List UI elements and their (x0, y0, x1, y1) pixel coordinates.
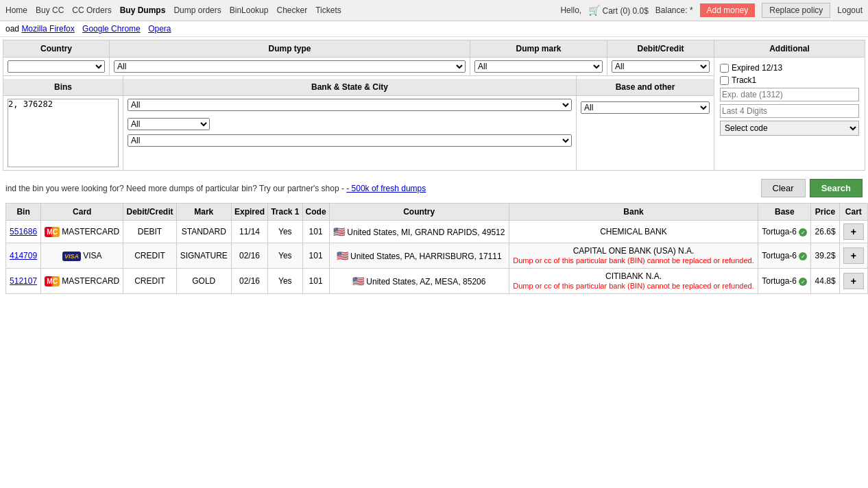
nav-logout[interactable]: Logout (837, 5, 863, 15)
promo-prefix: ind the bin you were looking for? Need m… (5, 184, 344, 193)
add-to-cart-button[interactable]: + (843, 247, 864, 264)
bins-header: Bins (3, 79, 123, 96)
download-chrome[interactable]: Google Chrome (82, 24, 141, 34)
nav-right: Hello, 🛒 Cart (0) 0.0$ Balance: * Add mo… (560, 3, 863, 18)
debit-credit-cell: All (607, 58, 714, 75)
track1-cell: Yes (268, 221, 303, 243)
country-cell: 🇺🇸 United States, MI, GRAND RAPIDS, 4951… (329, 221, 509, 243)
th-expired: Expired (231, 204, 267, 221)
country-cell (3, 58, 110, 75)
last4-input[interactable] (720, 104, 859, 118)
nav-checker[interactable]: Checker (276, 5, 307, 15)
select-code-select[interactable]: Select code 101 102 201 221 (720, 121, 859, 136)
th-debit: Debit/Credit (123, 204, 176, 221)
code-cell: 101 (302, 269, 329, 294)
promo-link[interactable]: - 500k of fresh dumps (346, 184, 426, 193)
base-select[interactable]: All (581, 101, 710, 114)
promo-text: ind the bin you were looking for? Need m… (5, 184, 757, 193)
card-name: VISA (83, 251, 101, 260)
th-mark: Mark (176, 204, 231, 221)
expired-row: Expired 12/13 (720, 63, 859, 73)
expired-cell: 02/16 (231, 269, 267, 294)
card-name: MASTERCARD (62, 276, 119, 286)
download-firefox[interactable]: Mozilla Firefox (21, 24, 74, 34)
visa-icon: VISA (62, 252, 81, 261)
additional-header: Additional (714, 40, 865, 58)
country-header: Country (3, 40, 110, 57)
debit-credit-cell: CREDIT (123, 269, 176, 294)
nav-hello: Hello, (560, 5, 581, 15)
bin-link[interactable]: 512107 (10, 276, 37, 286)
mark-cell: STANDARD (176, 221, 231, 243)
table-row: 414709 VISA VISA CREDIT SIGNATURE 02/16 … (6, 243, 868, 269)
country-select[interactable] (8, 60, 105, 73)
nav-tickets[interactable]: Tickets (315, 5, 341, 15)
replace-policy-button[interactable]: Replace policy (762, 3, 830, 18)
bin-cell[interactable]: 414709 (6, 243, 41, 269)
track1-checkbox[interactable] (720, 76, 729, 85)
card-name: MASTERCARD (62, 227, 119, 236)
search-button[interactable]: Search (810, 179, 863, 197)
top-navigation: Home Buy CC CC Orders Buy Dumps Dump ord… (0, 0, 868, 21)
bins-cell: Bins 2, 376282 (3, 76, 123, 170)
bin-cell[interactable]: 512107 (6, 269, 41, 294)
card-cell: MC MASTERCARD (41, 269, 123, 294)
nav-cart: 🛒 Cart (0) 0.0$ (588, 5, 649, 16)
add-to-cart-button[interactable]: + (843, 223, 864, 240)
expired-checkbox[interactable] (720, 64, 729, 73)
expired-label: Expired 12/13 (732, 63, 782, 73)
results-section: Bin Card Debit/Credit Mark Expired Track… (3, 203, 865, 294)
mark-cell: SIGNATURE (176, 243, 231, 269)
nav-buycc[interactable]: Buy CC (36, 5, 64, 15)
table-header: Bin Card Debit/Credit Mark Expired Track… (6, 204, 868, 221)
country-flag: 🇺🇸 (333, 226, 345, 237)
bank-cell: CITIBANK N.A.Dump or cc of this particul… (509, 269, 758, 294)
additional-panel: Additional Expired 12/13 Track1 Select c… (714, 40, 865, 170)
add-money-button[interactable]: Add money (700, 3, 756, 17)
bin-link[interactable]: 414709 (10, 251, 37, 260)
code-cell: 101 (302, 221, 329, 243)
add-to-cart-button[interactable]: + (843, 273, 864, 289)
nav-buydumps[interactable]: Buy Dumps (120, 5, 166, 15)
nav-home[interactable]: Home (5, 5, 27, 15)
exp-date-input[interactable] (720, 88, 859, 101)
bank-select[interactable]: All (128, 99, 572, 111)
download-bar: oad Mozilla Firefox Google Chrome Opera (0, 21, 868, 37)
mark-cell: GOLD (176, 269, 231, 294)
nav-dumporders[interactable]: Dump orders (173, 5, 221, 15)
verified-icon (799, 278, 807, 286)
th-base: Base (758, 204, 811, 221)
download-prefix: oad (5, 24, 19, 34)
bank-cell: CHEMICAL BANK (509, 221, 758, 243)
bin-cell[interactable]: 551686 (6, 221, 41, 243)
filter-main: Country Dump type Dump mark Debit/Credit… (3, 40, 714, 170)
mastercard-icon: MC (45, 227, 60, 237)
base-selects: All (581, 101, 710, 114)
dump-type-select[interactable]: All (114, 60, 466, 73)
dump-mark-select[interactable]: All (474, 60, 603, 73)
base-cell: Tortuga-6 (758, 269, 811, 294)
nav-balance: Balance: * (655, 5, 693, 15)
search-bar: ind the bin you were looking for? Need m… (0, 173, 868, 203)
download-opera[interactable]: Opera (148, 24, 171, 34)
debit-credit-select[interactable]: All (612, 60, 710, 73)
dump-mark-header: Dump mark (470, 40, 607, 57)
bin-link[interactable]: 551686 (10, 227, 37, 236)
bins-textarea[interactable]: 2, 376282 (8, 99, 119, 167)
debit-credit-cell: DEBIT (123, 221, 176, 243)
base-name: Tortuga-6 (762, 227, 797, 236)
dump-mark-cell: All (470, 58, 607, 75)
filter-headers-row: Country Dump type Dump mark Debit/Credit (3, 40, 714, 58)
state-select[interactable]: All (128, 118, 210, 130)
th-bank: Bank (509, 204, 758, 221)
bank-selects: All All All (128, 99, 572, 147)
city-select[interactable]: All (128, 134, 572, 147)
th-price: Price (811, 204, 839, 221)
clear-button[interactable]: Clear (761, 179, 806, 197)
card-cell: MC MASTERCARD (41, 221, 123, 243)
nav-ccorders[interactable]: CC Orders (72, 5, 111, 15)
bank-name: CITIBANK N.A. (605, 271, 662, 281)
cart-cell: + (839, 243, 867, 269)
nav-binlookup[interactable]: BinLookup (230, 5, 269, 15)
base-header: Base and other (577, 79, 714, 96)
